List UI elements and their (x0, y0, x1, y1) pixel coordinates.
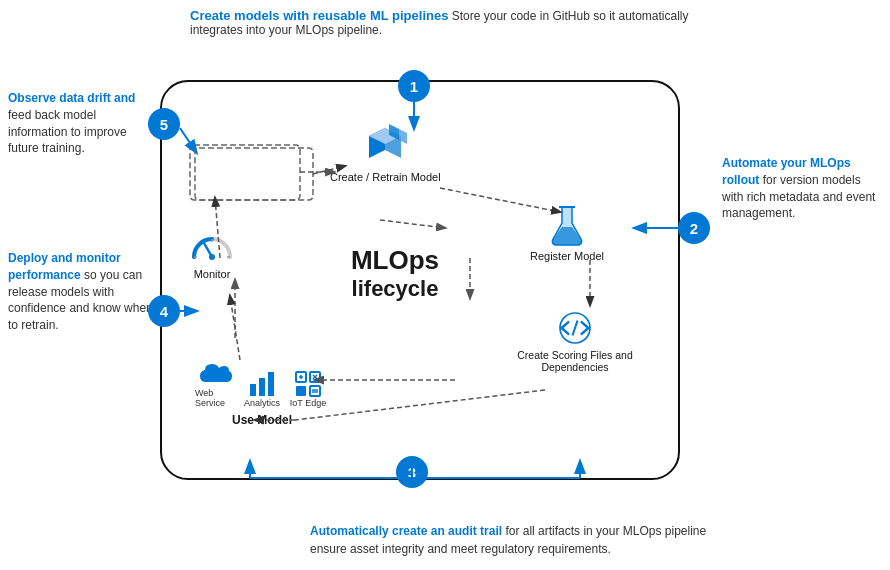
circle-5: 5 (148, 108, 180, 140)
analytics-label: Analytics (244, 398, 280, 408)
right-annotation: Automate your MLOps rollout for version … (722, 155, 882, 222)
left-top-annotation: Observe data drift and feed back model i… (8, 90, 158, 157)
circle-1: 1 (398, 70, 430, 102)
bottom-bold: Automatically create an audit trail (310, 524, 502, 538)
svg-rect-14 (250, 384, 256, 396)
register-model-label: Register Model (530, 250, 604, 262)
svg-rect-16 (268, 372, 274, 396)
svg-rect-19 (296, 386, 306, 396)
left-top-text: feed back model information to improve f… (8, 108, 127, 156)
monitor-area: Monitor (190, 225, 234, 280)
sub-icons-row: Web Service Analytics (195, 360, 329, 408)
iot-edge-label: IoT Edge (290, 398, 326, 408)
flask-icon (549, 205, 585, 247)
top-bold-text: Create models with reusable ML pipelines (190, 8, 448, 23)
iot-edge-icon-group: IoT Edge (287, 370, 329, 408)
create-model-label: Create / Retrain Model (330, 171, 441, 183)
scoring-files-area: Create Scoring Files and Dependencies (505, 310, 645, 373)
circle-4: 4 (148, 295, 180, 327)
use-model-label: Use Model (232, 413, 292, 427)
top-annotation: Create models with reusable ML pipelines… (190, 8, 690, 37)
left-bottom-annotation: Deploy and monitor performance so you ca… (8, 250, 158, 334)
svg-line-8 (573, 321, 578, 336)
code-icon (555, 310, 595, 346)
register-model-area: Register Model (530, 205, 604, 262)
bar-chart-icon (248, 370, 276, 398)
analytics-icon-group: Analytics (241, 370, 283, 408)
circle-2: 2 (678, 212, 710, 244)
cloud-icon (198, 360, 234, 388)
create-model-area: Create / Retrain Model (330, 120, 441, 183)
bottom-annotation: Automatically create an audit trail for … (310, 522, 730, 558)
web-service-icon-group: Web Service (195, 360, 237, 408)
monitor-label: Monitor (194, 268, 231, 280)
cube-icon (361, 120, 409, 168)
svg-point-10 (209, 254, 215, 260)
iot-grid-icon (294, 370, 322, 398)
web-service-label: Web Service (195, 388, 237, 408)
lifecycle-text: lifecycle (295, 276, 495, 302)
svg-rect-15 (259, 378, 265, 396)
monitor-gauge-icon (190, 225, 234, 265)
use-model-area: Web Service Analytics (195, 360, 329, 427)
circle-3: 3 (396, 456, 428, 488)
left-top-bold: Observe data drift and (8, 91, 135, 105)
scoring-files-label: Create Scoring Files and Dependencies (505, 349, 645, 373)
center-label: MLOps lifecycle (295, 245, 495, 302)
mlops-text: MLOps (295, 245, 495, 276)
